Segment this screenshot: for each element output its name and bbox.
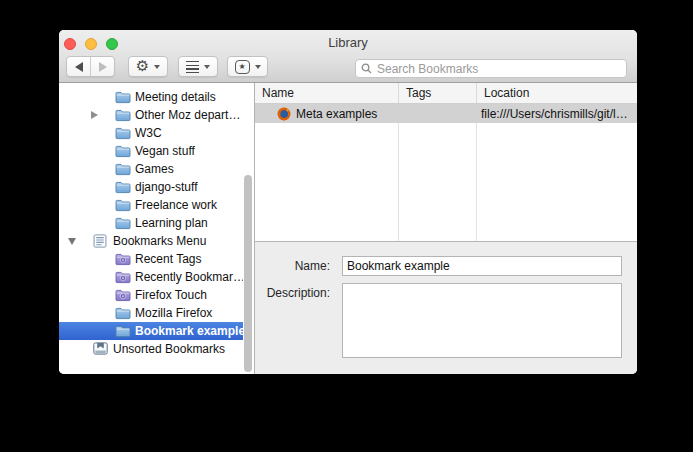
- sidebar-item-firefox-touch[interactable]: Firefox Touch: [59, 286, 243, 304]
- column-header-location[interactable]: Location: [477, 83, 637, 103]
- sidebar-item-games[interactable]: Games: [59, 160, 243, 178]
- actions-menu-button[interactable]: ⚙: [128, 56, 168, 77]
- cell-location: file:///Users/chrismills/git/le…: [477, 107, 637, 121]
- back-icon: [75, 62, 83, 72]
- search-icon: [361, 63, 372, 74]
- sidebar-item-recent-tags[interactable]: Recent Tags: [59, 250, 243, 268]
- bookmark-name: Meta examples: [296, 107, 377, 121]
- chevron-down-icon: [154, 65, 160, 69]
- disclosure-triangle-icon[interactable]: [65, 238, 79, 245]
- library-content: Meeting details Other Moz depart… W3C Ve…: [59, 83, 637, 374]
- smart-folder-icon: [115, 270, 131, 284]
- folder-icon: [115, 162, 131, 176]
- sidebar-item-label: Meeting details: [135, 90, 216, 104]
- smart-folder-icon: [115, 288, 131, 302]
- search-input[interactable]: [375, 61, 621, 77]
- folder-icon: [115, 108, 131, 122]
- sidebar-item-label: django-stuff: [135, 180, 198, 194]
- sidebar-item-label: Mozilla Firefox: [135, 306, 212, 320]
- sidebar-item-w3c[interactable]: W3C: [59, 124, 243, 142]
- name-field[interactable]: [342, 256, 622, 276]
- column-divider[interactable]: [398, 104, 399, 241]
- unsorted-icon: [93, 342, 109, 356]
- sidebar-item-label: Freelance work: [135, 198, 217, 212]
- disclosure-triangle-icon[interactable]: [87, 111, 101, 119]
- description-field[interactable]: [342, 283, 622, 358]
- folder-icon: [115, 126, 131, 140]
- bookmark-row-meta-examples[interactable]: Meta examplesfile:///Users/chrismills/gi…: [255, 104, 637, 123]
- chevron-down-icon: [204, 65, 210, 69]
- sidebar-item-label: Recently Bookmar…: [135, 270, 243, 284]
- column-divider[interactable]: [476, 104, 477, 241]
- folder-icon: [115, 180, 131, 194]
- sidebar-item-bookmark-example[interactable]: Bookmark example: [59, 322, 243, 340]
- sidebar-item-label: Recent Tags: [135, 252, 202, 266]
- library-window: Library ⚙ ★ Meetin: [59, 30, 637, 374]
- folder-icon: [115, 324, 131, 338]
- smart-folder-icon: [115, 252, 131, 266]
- sidebar-item-label: Vegan stuff: [135, 144, 195, 158]
- sidebar-item-unsorted-bookmarks[interactable]: Unsorted Bookmarks: [59, 340, 243, 358]
- folder-icon: [115, 306, 131, 320]
- back-button[interactable]: [67, 57, 90, 76]
- window-chrome: Library ⚙ ★: [59, 30, 637, 83]
- sidebar-item-label: Other Moz depart…: [135, 108, 240, 122]
- table-body: Meta examplesfile:///Users/chrismills/gi…: [255, 104, 637, 242]
- cell-name: Meta examples: [255, 107, 399, 121]
- sidebar-item-recently-bookmar[interactable]: Recently Bookmar…: [59, 268, 243, 286]
- sidebar-item-label: Games: [135, 162, 174, 176]
- folder-icon: [115, 198, 131, 212]
- import-backup-menu-button[interactable]: ★: [227, 56, 268, 77]
- sidebar-item-label: Bookmark example: [135, 324, 243, 338]
- history-nav-segmented-control: [66, 56, 115, 77]
- bookmarks-tree: Meeting details Other Moz depart… W3C Ve…: [59, 83, 254, 358]
- sidebar-item-label: W3C: [135, 126, 162, 140]
- main-panel: NameTagsLocation Meta examplesfile:///Us…: [255, 83, 637, 374]
- window-title: Library: [59, 30, 637, 54]
- menu-icon: [93, 234, 109, 248]
- name-label: Name:: [255, 256, 330, 276]
- firefox-icon: [277, 107, 291, 121]
- sidebar-scrollbar-thumb[interactable]: [244, 175, 252, 372]
- views-menu-button[interactable]: [178, 56, 218, 77]
- chevron-down-icon: [255, 65, 261, 69]
- description-label: Description:: [255, 286, 330, 300]
- forward-button[interactable]: [90, 57, 114, 76]
- sidebar-item-label: Unsorted Bookmarks: [113, 342, 225, 356]
- sidebar-item-label: Learning plan: [135, 216, 208, 230]
- forward-icon: [99, 62, 107, 72]
- folder-icon: [115, 144, 131, 158]
- table-header: NameTagsLocation: [255, 83, 637, 104]
- sidebar-item-bookmarks-menu[interactable]: Bookmarks Menu: [59, 232, 243, 250]
- list-view-icon: [186, 61, 199, 73]
- sidebar-item-django-stuff[interactable]: django-stuff: [59, 178, 243, 196]
- sidebar-item-learning-plan[interactable]: Learning plan: [59, 214, 243, 232]
- sidebar-item-freelance-work[interactable]: Freelance work: [59, 196, 243, 214]
- sidebar-item-label: Bookmarks Menu: [113, 234, 206, 248]
- column-header-tags[interactable]: Tags: [399, 83, 477, 103]
- details-pane: Name: Description:: [255, 242, 637, 374]
- sidebar-item-other-moz-depart[interactable]: Other Moz depart…: [59, 106, 243, 124]
- star-badge-icon: ★: [235, 60, 250, 74]
- sidebar-item-vegan-stuff[interactable]: Vegan stuff: [59, 142, 243, 160]
- sidebar-item-meeting-details[interactable]: Meeting details: [59, 88, 243, 106]
- sidebar-item-mozilla-firefox[interactable]: Mozilla Firefox: [59, 304, 243, 322]
- column-header-name[interactable]: Name: [255, 83, 399, 103]
- sidebar-item-label: Firefox Touch: [135, 288, 207, 302]
- gear-icon: ⚙: [136, 59, 149, 74]
- sidebar: Meeting details Other Moz depart… W3C Ve…: [59, 83, 255, 374]
- folder-icon: [115, 216, 131, 230]
- folder-icon: [115, 90, 131, 104]
- search-field[interactable]: [355, 59, 627, 78]
